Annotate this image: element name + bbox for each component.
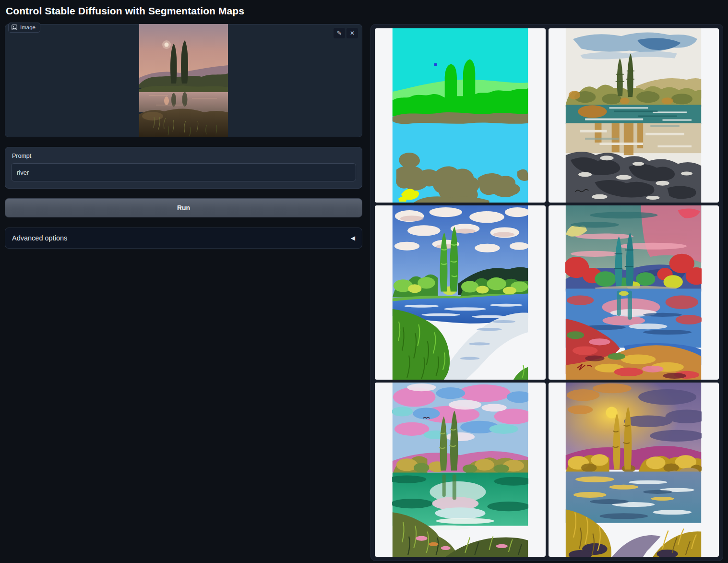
image-icon [12,24,17,30]
prompt-label: Prompt [12,153,356,159]
advanced-options-label: Advanced options [12,234,67,242]
clear-image-button[interactable]: ✕ [346,28,358,38]
gallery-item-pink-sky-river[interactable] [375,383,546,557]
image-upload-panel[interactable]: Image ✎ ✕ [5,24,362,137]
generated-image-4 [392,383,528,557]
output-column [370,24,723,561]
result-gallery [370,24,723,561]
generated-image-5 [565,383,702,557]
prompt-panel: Prompt [5,147,362,189]
image-actions: ✎ ✕ [334,28,358,38]
generated-image-3 [565,205,702,380]
image-label-badge: Image [8,23,40,33]
gallery-item-red-teal-river[interactable] [549,205,719,380]
gallery-item-green-river[interactable] [375,205,546,380]
pencil-icon: ✎ [337,30,342,36]
advanced-options-accordion[interactable]: Advanced options ◀ [5,228,362,249]
edit-image-button[interactable]: ✎ [334,28,345,38]
uploaded-river-photo [139,24,228,137]
gallery-item-golden-sunset-river[interactable] [549,383,719,557]
collapse-arrow-icon: ◀ [351,235,355,241]
input-column: Image ✎ ✕ [5,24,362,249]
generated-image-1 [565,28,702,203]
uploaded-image [139,24,228,137]
gallery-item-watercolor[interactable] [549,28,719,203]
run-button[interactable]: Run [5,198,362,217]
close-icon: ✕ [350,30,355,36]
generated-image-2 [392,205,528,380]
image-label: Image [20,24,36,30]
segmentation-map-image [392,28,528,203]
prompt-input[interactable] [11,163,356,181]
page-title: Control Stable Diffusion with Segmentati… [6,5,723,17]
main-layout: Image ✎ ✕ [5,24,723,561]
gallery-item-segmentation-map[interactable] [375,28,546,203]
